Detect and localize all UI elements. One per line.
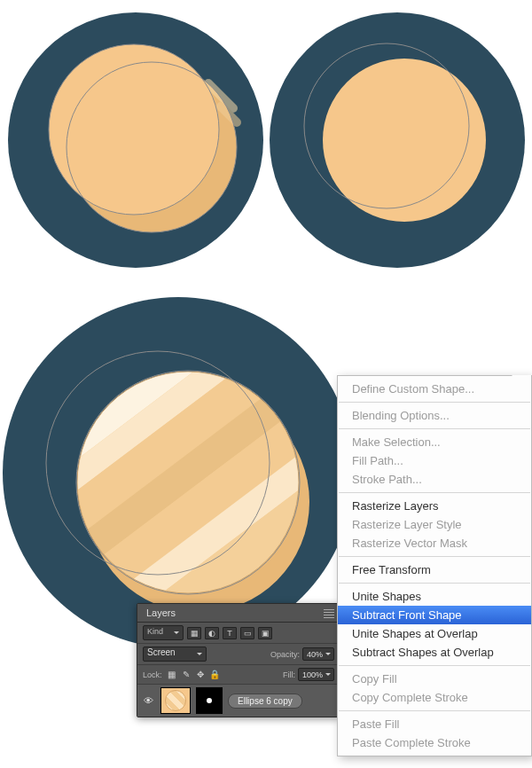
fill-label: Fill: [283, 670, 295, 679]
context-menu-item[interactable]: Free Transform [338, 560, 531, 579]
layers-panel-tab[interactable]: Layers [137, 604, 340, 623]
context-menu: Define Custom Shape...Blending Options..… [337, 375, 532, 756]
filter-smart-icon[interactable]: ▣ [258, 627, 272, 639]
context-menu-separator [339, 710, 530, 711]
blend-mode-select[interactable]: Screen [143, 647, 207, 662]
context-menu-item[interactable]: Rasterize Layers [338, 497, 531, 515]
context-menu-separator [339, 402, 530, 403]
layer-mask-thumbnail[interactable] [196, 687, 223, 714]
lock-transparent-icon[interactable]: ▦ [166, 669, 178, 681]
context-menu-item: Paste Complete Stroke [338, 733, 531, 752]
filter-pixel-icon[interactable]: ▦ [187, 627, 201, 639]
context-menu-item[interactable]: Unite Shapes [338, 587, 531, 606]
context-menu-separator [339, 583, 530, 584]
lock-position-icon[interactable]: ✥ [194, 669, 207, 681]
lock-all-icon[interactable]: 🔒 [208, 669, 221, 681]
context-menu-item: Paste Fill [338, 715, 531, 733]
svg-point-2 [49, 44, 219, 215]
filter-type-icon[interactable]: T [223, 627, 237, 639]
panel-menu-icon[interactable] [322, 607, 336, 620]
layer-row[interactable]: 👁 Ellipse 6 copy [137, 685, 340, 717]
lock-fill-row: Lock: ▦ ✎ ✥ 🔒 Fill: 100% [137, 665, 340, 685]
context-menu-separator [339, 492, 530, 493]
layer-thumbnail[interactable] [160, 687, 191, 714]
layers-panel: Layers Kind ▦ ◐ T ▭ ▣ Screen Opacity: 40… [137, 603, 340, 717]
context-menu-item[interactable]: Subtract Shapes at Overlap [338, 643, 531, 662]
context-menu-item: Make Selection... [338, 433, 531, 451]
layers-filter-row: Kind ▦ ◐ T ▭ ▣ [137, 623, 340, 644]
context-menu-item: Copy Fill [338, 670, 531, 688]
filter-shape-icon[interactable]: ▭ [240, 627, 254, 639]
kind-select[interactable]: Kind [143, 625, 184, 640]
fill-value[interactable]: 100% [298, 668, 334, 681]
context-menu-item: Rasterize Vector Mask [338, 534, 531, 552]
context-menu-item[interactable]: Unite Shapes at Overlap [338, 624, 531, 643]
visibility-eye-icon[interactable]: 👁 [141, 695, 155, 706]
layer-name-label[interactable]: Ellipse 6 copy [228, 694, 302, 709]
context-menu-item: Fill Path... [338, 451, 531, 470]
context-menu-item[interactable]: Subtract Front Shape [338, 606, 531, 624]
context-menu-item: Copy Complete Stroke [338, 688, 531, 707]
blend-opacity-row: Screen Opacity: 40% [137, 644, 340, 665]
context-menu-item: Define Custom Shape... [338, 380, 531, 398]
context-menu-separator [339, 665, 530, 666]
svg-point-6 [323, 59, 486, 222]
context-menu-separator [339, 556, 530, 557]
opacity-value[interactable]: 40% [302, 647, 334, 661]
context-menu-separator [339, 428, 530, 429]
lock-label: Lock: [143, 670, 162, 679]
opacity-label: Opacity: [270, 650, 300, 659]
context-menu-item: Rasterize Layer Style [338, 515, 531, 534]
context-menu-item: Stroke Path... [338, 470, 531, 489]
filter-adjust-icon[interactable]: ◐ [205, 627, 219, 639]
layers-tab-label: Layers [146, 607, 176, 618]
lock-pixels-icon[interactable]: ✎ [180, 669, 192, 681]
context-menu-item: Blending Options... [338, 406, 531, 425]
top-illustration [4, 9, 528, 275]
